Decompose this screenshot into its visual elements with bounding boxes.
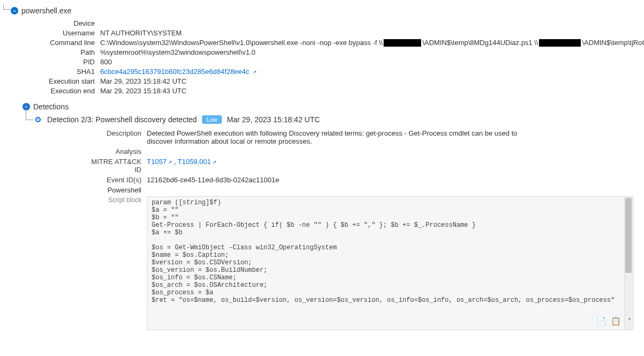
- field-value-sha1: 6cbce4a295c163791b60fc23d285e6d84f28ee4c…: [100, 68, 644, 76]
- field-value-eventid: 12162bd6-ce45-11ed-8d3b-0242ac11001e: [147, 176, 633, 184]
- collapse-icon[interactable]: [11, 7, 18, 14]
- external-link-icon[interactable]: ↗: [168, 159, 172, 165]
- field-label-commandline: Command line: [23, 39, 100, 47]
- detection-item: Detection 2/3: Powershell discovery dete…: [34, 115, 633, 330]
- field-label-mitre: MITRE ATT&CK ID: [88, 158, 147, 174]
- detection-details-grid: Description Detected PowerShell executio…: [88, 129, 633, 330]
- field-value-commandline: C:\Windows\system32\WindowsPowerShell\v1…: [100, 39, 644, 47]
- copy-icon[interactable]: 📄: [596, 316, 606, 327]
- severity-badge: Low: [202, 115, 221, 124]
- sha1-link[interactable]: 6cbce4a295c163791b60fc23d285e6d84f28ee4c: [100, 68, 249, 76]
- field-value-mitre: T1057↗ , T1059.001↗: [147, 158, 633, 174]
- separator: ,: [174, 158, 178, 166]
- redacted-block: [539, 39, 581, 47]
- field-label-exec-end: Execution end: [23, 87, 100, 95]
- scrollbar-thumb[interactable]: [625, 198, 632, 273]
- external-link-icon[interactable]: ↗: [212, 159, 216, 165]
- script-content: param ([string]$f) $a = "" $b = "" Get-P…: [147, 197, 623, 330]
- clipboard-icon[interactable]: 📋: [611, 316, 621, 327]
- field-label-description: Description: [88, 129, 147, 145]
- field-value-username: NT AUTHORITY\SYSTEM: [100, 29, 644, 37]
- field-label-sha1: SHA1: [23, 68, 100, 76]
- field-label-analysis: Analysis: [88, 147, 147, 155]
- field-value-exec-start: Mar 29, 2023 15:18:42 UTC: [100, 77, 644, 85]
- mitre-link[interactable]: T1057: [147, 158, 167, 166]
- field-label-path: Path: [23, 48, 100, 56]
- chevron-down-icon[interactable]: ▾: [628, 316, 631, 322]
- detections-title: Detections: [33, 102, 69, 111]
- field-value-analysis: [147, 147, 633, 155]
- detection-title: Detection 2/3: Powershell discovery dete…: [47, 115, 197, 124]
- external-link-icon[interactable]: ↗: [252, 69, 257, 75]
- field-label-pid: PID: [23, 58, 100, 66]
- tree-node-process: powershell.exe Device Username NT AUTHOR…: [11, 5, 633, 330]
- field-value-exec-end: Mar 29, 2023 15:18:43 UTC: [100, 87, 644, 95]
- collapse-icon[interactable]: [23, 103, 30, 110]
- field-label-eventid: Event ID(s): [88, 176, 147, 184]
- field-label-exec-start: Execution start: [23, 77, 100, 85]
- process-details-grid: Device Username NT AUTHORITY\SYSTEM Comm…: [23, 19, 633, 95]
- field-value-path: %systemroot%\system32\windowspowershell\…: [100, 48, 644, 56]
- field-label-scriptblock: Script block: [88, 196, 147, 204]
- cmdline-segment: C:\Windows\system32\WindowsPowerShell\v1…: [100, 39, 383, 47]
- cmdline-segment: \ADMIN$\temp\8MDg144UDiaz.ps1 \\: [422, 39, 538, 47]
- detection-bullet-icon[interactable]: [34, 116, 42, 123]
- field-label-device: Device: [23, 19, 100, 27]
- field-label-powershell: Powershell: [88, 186, 147, 194]
- field-value-pid: 800: [100, 58, 644, 66]
- process-name: powershell.exe: [21, 6, 71, 15]
- scrollbar[interactable]: ▴ ▾: [624, 197, 633, 330]
- redacted-block: [384, 39, 421, 47]
- field-label-username: Username: [23, 29, 100, 37]
- cmdline-segment: \ADMIN$\temp\tjRoG0vVn8OE.log: [582, 39, 644, 47]
- detection-timestamp: Mar 29, 2023 15:18:42 UTC: [227, 115, 320, 124]
- script-block-code: param ([string]$f) $a = "" $b = "" Get-P…: [147, 196, 633, 330]
- field-value-description: Detected PowerShell execution with follo…: [147, 129, 543, 145]
- detections-section: Detections Detection 2/3: Powershell dis…: [23, 101, 633, 330]
- field-value-device: [100, 19, 644, 27]
- mitre-link[interactable]: T1059.001: [178, 158, 211, 166]
